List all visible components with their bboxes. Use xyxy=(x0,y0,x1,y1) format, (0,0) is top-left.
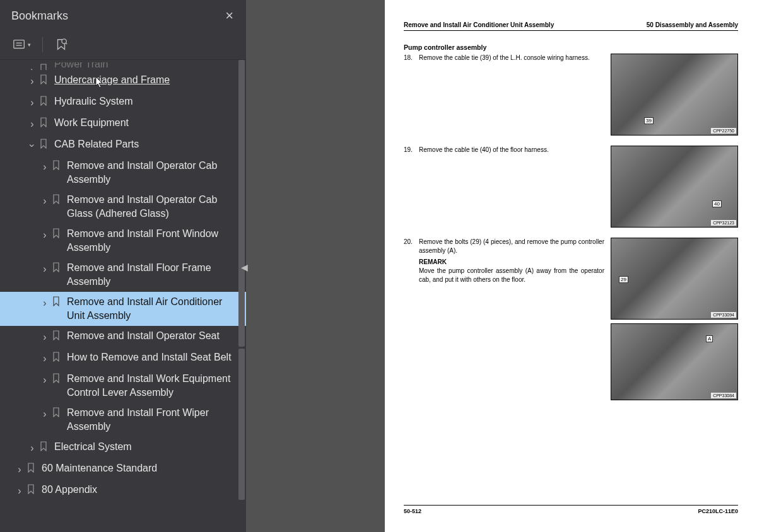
bookmark-icon xyxy=(38,441,49,451)
bookmark-label: Remove and Install Air Conditioner Unit … xyxy=(67,295,240,323)
document-page: Remove and Install Air Conditioner Unit … xyxy=(385,0,757,532)
sidebar-header: Bookmarks × xyxy=(0,0,246,32)
chevron-right-icon: › xyxy=(39,352,50,366)
scrollbar[interactable] xyxy=(238,60,245,532)
chevron-right-icon: › xyxy=(14,484,25,498)
remark-label: REMARK xyxy=(419,258,604,265)
bookmark-tree: › Power Train ›Undercarriage and Frame›H… xyxy=(0,60,246,532)
chevron-right-icon: › xyxy=(26,96,38,110)
bookmark-label: 60 Maintenance Standard xyxy=(42,461,240,475)
figure-image: 29CPP33094 xyxy=(611,238,738,320)
collapse-sidebar-icon[interactable]: ◀ xyxy=(241,262,248,272)
bookmark-item[interactable]: › Power Train xyxy=(0,62,246,70)
callout-label: 29 xyxy=(619,276,628,283)
step-text: Remove the cable tie (39) of the L.H. co… xyxy=(419,54,590,62)
bookmark-icon xyxy=(38,64,49,70)
bookmark-item[interactable]: ›Remove and Install Front Wiper Assembly xyxy=(0,403,246,437)
sidebar-toolbar: ▾ xyxy=(0,32,246,60)
bookmark-icon xyxy=(50,262,62,272)
callout-label: A xyxy=(706,335,713,342)
bookmark-label: Remove and Install Work Equipment Contro… xyxy=(67,372,240,400)
figure-id: CPP33084 xyxy=(711,393,736,398)
figure-id: CPP33094 xyxy=(711,312,736,318)
page-footer: 50-512 PC210LC-11E0 xyxy=(404,505,738,514)
header-right: 50 Disassembly and Assembly xyxy=(647,21,738,28)
find-bookmark-icon[interactable] xyxy=(52,35,71,54)
chevron-down-icon: › xyxy=(25,140,39,151)
bookmark-icon xyxy=(50,296,62,306)
figure-id: CPP22750 xyxy=(711,128,736,134)
bookmark-label: How to Remove and Install Seat Belt xyxy=(67,350,240,364)
bookmark-icon xyxy=(50,330,62,340)
instruction-step: 18.Remove the cable tie (39) of the L.H.… xyxy=(404,54,738,139)
page-gutter: ◀ xyxy=(246,0,385,532)
chevron-right-icon: › xyxy=(39,296,50,310)
bookmark-icon xyxy=(50,407,62,417)
scrollbar-thumb[interactable] xyxy=(238,60,245,347)
bookmark-item[interactable]: ›CAB Related Parts xyxy=(0,134,246,156)
step-number: 20. xyxy=(404,238,414,246)
chevron-right-icon: › xyxy=(39,373,50,387)
bookmark-icon xyxy=(25,484,37,494)
bookmark-label: Remove and Install Operator Cab Assembly xyxy=(67,159,240,187)
bookmark-icon xyxy=(50,194,62,204)
scrollbar-thumb-2[interactable] xyxy=(238,349,245,500)
svg-line-4 xyxy=(66,43,67,44)
bookmark-icon xyxy=(25,463,37,473)
bookmark-item[interactable]: ›80 Appendix xyxy=(0,480,246,501)
bookmark-item[interactable]: ›60 Maintenance Standard xyxy=(0,458,246,480)
bookmark-label: Power Train xyxy=(54,62,240,70)
bookmark-label: Electrical System xyxy=(54,440,240,454)
bookmark-label: Remove and Install Operator Cab Glass (A… xyxy=(67,193,240,221)
bookmark-label: Remove and Install Front Window Assembly xyxy=(67,227,240,255)
chevron-right-icon: › xyxy=(39,407,50,421)
step-number: 19. xyxy=(404,146,414,154)
bookmark-icon xyxy=(50,373,62,383)
chevron-right-icon: › xyxy=(39,330,50,344)
svg-point-3 xyxy=(62,39,66,43)
bookmark-item[interactable]: ›Remove and Install Floor Frame Assembly xyxy=(0,258,246,292)
subsection-title: Pump controller assembly xyxy=(404,43,738,51)
callout-label: 39 xyxy=(644,117,654,124)
bookmark-label: 80 Appendix xyxy=(42,483,240,497)
bookmark-label: Remove and Install Operator Seat xyxy=(67,329,240,343)
bookmark-item[interactable]: ›Remove and Install Operator Seat xyxy=(0,326,246,347)
bookmark-item[interactable]: ›Remove and Install Operator Cab Assembl… xyxy=(0,156,246,190)
bookmark-item[interactable]: ›Work Equipment xyxy=(0,113,246,134)
bookmark-label: Hydraulic System xyxy=(54,95,240,108)
footer-page-number: 50-512 xyxy=(404,508,421,514)
header-left: Remove and Install Air Conditioner Unit … xyxy=(404,21,554,28)
close-icon[interactable]: × xyxy=(221,6,237,25)
chevron-right-icon: › xyxy=(14,463,25,477)
chevron-right-icon: › xyxy=(26,64,38,70)
toolbar-divider xyxy=(42,37,43,52)
bookmark-label: Undercarriage and Frame xyxy=(54,73,240,87)
figure-image: 40CPP32123 xyxy=(611,146,738,228)
step-text: Remove the bolts (29) (4 pieces), and re… xyxy=(419,238,604,255)
bookmark-item[interactable]: ›Undercarriage and Frame xyxy=(0,70,246,91)
footer-model: PC210LC-11E0 xyxy=(698,508,738,514)
bookmark-icon xyxy=(50,160,62,170)
bookmark-item[interactable]: ›Electrical System xyxy=(0,437,246,458)
chevron-right-icon: › xyxy=(26,441,38,455)
bookmark-item[interactable]: ›Remove and Install Work Equipment Contr… xyxy=(0,369,246,403)
bookmark-item[interactable]: ›Remove and Install Operator Cab Glass (… xyxy=(0,190,246,224)
chevron-right-icon: › xyxy=(26,117,38,131)
figure-id: CPP32123 xyxy=(711,220,736,226)
figure-image: ACPP33084 xyxy=(611,323,738,400)
bookmark-label: Remove and Install Floor Frame Assembly xyxy=(67,261,240,289)
bookmark-item[interactable]: ›Remove and Install Front Window Assembl… xyxy=(0,224,246,258)
figure-image: 39CPP22750 xyxy=(611,54,738,136)
bookmark-icon xyxy=(38,74,49,84)
mouse-cursor-icon xyxy=(95,76,105,91)
bookmark-item[interactable]: ›How to Remove and Install Seat Belt xyxy=(0,347,246,369)
options-icon[interactable]: ▾ xyxy=(10,35,33,54)
sidebar-title: Bookmarks xyxy=(11,9,221,23)
chevron-right-icon: › xyxy=(39,262,50,276)
bookmark-item[interactable]: ›Hydraulic System xyxy=(0,91,246,113)
bookmark-item[interactable]: ›Remove and Install Air Conditioner Unit… xyxy=(0,292,246,326)
svg-rect-0 xyxy=(14,40,25,49)
bookmark-icon xyxy=(38,96,49,106)
bookmark-label: Work Equipment xyxy=(54,116,240,130)
bookmark-icon xyxy=(38,139,49,149)
